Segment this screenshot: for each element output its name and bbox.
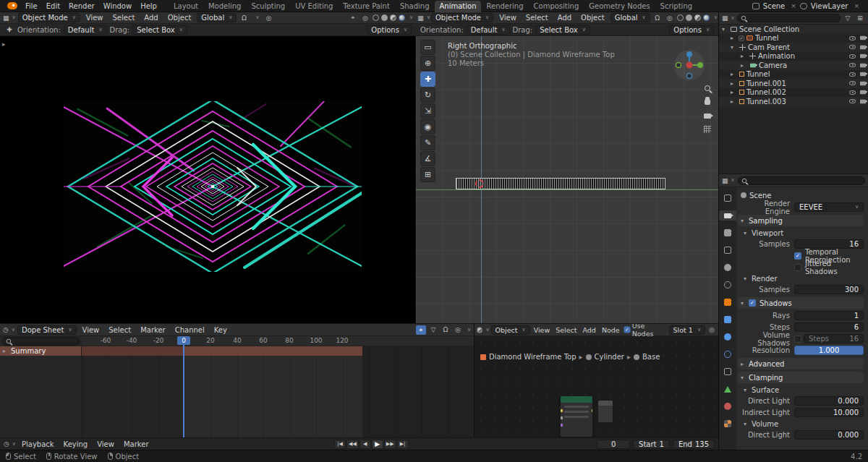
hide-eye-icon[interactable] [849, 90, 856, 95]
node-sockets[interactable] [561, 396, 592, 437]
overlays-icon[interactable]: ◎ [360, 13, 370, 22]
select-menu[interactable]: Select [109, 14, 139, 22]
expand-icon[interactable]: ▸ [731, 35, 736, 41]
volume-subpanel-header[interactable]: ▾Volume [744, 419, 865, 429]
tab-animation[interactable]: Animation [435, 1, 482, 12]
outliner-row-animation[interactable]: ▸ Animation [719, 52, 868, 61]
options-dropdown[interactable]: Options∨ [669, 25, 714, 35]
transform-tool[interactable]: ◉ [420, 119, 435, 134]
rays-field[interactable]: 1 [794, 311, 864, 320]
add-cube-tool[interactable]: ⊞ [420, 167, 435, 182]
hide-eye-icon[interactable] [849, 63, 856, 67]
node-header[interactable] [598, 401, 613, 406]
shader-type-dropdown[interactable]: Object∨ [491, 325, 530, 335]
tab-tool[interactable] [720, 193, 735, 203]
tab-view-layer[interactable] [720, 245, 735, 255]
tab-object[interactable] [720, 297, 735, 307]
outliner-row-tunnel[interactable]: ▸ Tunnel [719, 70, 868, 80]
jump-to-end-button[interactable]: ▶| [397, 440, 409, 449]
end-frame-field[interactable]: End135 [673, 440, 715, 449]
shadows-checkbox[interactable]: ✓ [749, 299, 756, 307]
tab-material[interactable] [720, 401, 735, 411]
collection-checkbox[interactable]: ✓ [739, 35, 744, 41]
shadows-panel-header[interactable]: ▾✓Shadows [738, 297, 864, 309]
tab-constraints[interactable] [720, 367, 735, 377]
filter-icon[interactable]: ▽ [843, 14, 853, 23]
jittered-shadows-checkbox[interactable] [794, 264, 801, 271]
mode-dropdown[interactable]: Object Mode∨ [18, 13, 80, 22]
toggle-perspective-icon[interactable] [701, 124, 714, 135]
render-visibility-icon[interactable] [860, 90, 866, 95]
editor-type-icon[interactable]: ▦∨ [3, 13, 16, 22]
start-frame-field[interactable]: Start1 [633, 440, 670, 449]
playhead-frame-badge[interactable]: 0 [177, 336, 190, 345]
add-menu[interactable]: Add [554, 14, 575, 22]
snap-settings-icon[interactable]: ∨ [251, 13, 261, 22]
render-visibility-icon[interactable] [860, 63, 866, 67]
marker-menu[interactable]: Marker [137, 326, 169, 334]
tab-layout[interactable]: Layout [169, 1, 203, 12]
zoom-icon[interactable] [701, 82, 714, 94]
tab-texture[interactable] [720, 419, 735, 429]
snap-magnet-icon[interactable]: Ω [652, 13, 663, 22]
render-visibility-icon[interactable] [860, 36, 866, 40]
transform-orientation-dropdown[interactable]: Global∨ [610, 13, 650, 22]
show-gizmo-icon[interactable]: ⌖ [348, 13, 358, 22]
snap-magnet-icon[interactable]: Ω [239, 13, 249, 22]
move-tool[interactable]: ✚ [420, 72, 435, 87]
editor-type-icon[interactable]: ◷∨ [4, 440, 16, 449]
measure-tool[interactable]: ∡ [420, 151, 435, 166]
shading-rendered-icon[interactable] [703, 14, 710, 21]
expand-icon[interactable]: ▸ [731, 71, 736, 77]
orientation-dropdown[interactable]: Default∨ [467, 25, 510, 35]
frame-ruler[interactable]: -60 -40 -20 0 20 40 60 80 100 120 [82, 336, 474, 346]
view-menu[interactable]: View [79, 326, 103, 334]
camera-view-icon[interactable] [701, 110, 714, 121]
tab-geometry-nodes[interactable]: Geometry Nodes [584, 1, 655, 12]
outliner-row-tunnel-002[interactable]: ▸ Tunnel.002 [719, 88, 868, 98]
shading-solid-icon[interactable] [381, 14, 388, 21]
outliner-row-tunnel-collection[interactable]: ▸ ✓ Tunnel [719, 34, 868, 43]
options-dropdown[interactable]: Options∨ [367, 25, 412, 35]
expand-icon[interactable]: ▸ [3, 348, 9, 354]
render-samples-field[interactable]: 300 [794, 285, 864, 294]
tab-particles[interactable] [720, 332, 735, 342]
annotate-tool[interactable]: ✎ [420, 135, 435, 150]
expand-icon[interactable]: ▾ [722, 26, 728, 33]
overlays-icon[interactable]: ◎ [665, 13, 675, 22]
outliner-row-tunnel-001[interactable]: ▸ Tunnel.001 [719, 79, 868, 88]
playback-menu[interactable]: Playback [18, 440, 58, 448]
advanced-panel-header[interactable]: ▸Advanced [738, 358, 864, 369]
scene-unlink-icon[interactable]: × [788, 2, 799, 9]
dope-sheet-mode-dropdown[interactable]: Dope Sheet∨ [17, 325, 77, 335]
play-button[interactable]: ▶ [372, 440, 383, 449]
navigation-gizmo[interactable] [673, 49, 705, 81]
slot-dropdown[interactable]: Slot 1∨ [669, 325, 705, 335]
prev-keyframe-button[interactable]: ◀◀ [346, 440, 359, 449]
hide-eye-icon[interactable] [849, 54, 856, 59]
shader-node-small[interactable] [597, 400, 613, 423]
drag-dropdown[interactable]: Select Box∨ [132, 25, 187, 35]
properties-search-input[interactable] [738, 176, 865, 185]
keying-menu[interactable]: Keying [60, 440, 92, 448]
volume-shadows-checkbox[interactable] [794, 335, 801, 343]
playhead-line[interactable] [183, 336, 184, 437]
play-reverse-button[interactable]: ◀ [359, 440, 371, 449]
jump-to-start-button[interactable]: |◀ [334, 440, 346, 449]
only-selected-icon[interactable]: ⌖ [416, 325, 426, 335]
viewlayer-selector[interactable]: ViewLayer [809, 2, 851, 10]
key-menu[interactable]: Key [210, 326, 231, 334]
hide-eye-icon[interactable] [849, 99, 856, 103]
filter-icon[interactable]: ▽ [428, 325, 438, 335]
outliner-row-camera[interactable]: ▸ Camera [719, 61, 868, 70]
select-menu[interactable]: Select [522, 14, 552, 22]
shading-wireframe-icon[interactable] [373, 14, 379, 21]
drag-dropdown[interactable]: Select Box∨ [535, 25, 590, 35]
menu-file[interactable]: File [21, 2, 42, 10]
next-keyframe-button[interactable]: ▶▶ [384, 440, 396, 449]
tab-uv-editing[interactable]: UV Editing [290, 1, 338, 12]
pan-hand-icon[interactable] [701, 96, 714, 108]
volume-direct-field[interactable]: 0.000 [794, 430, 864, 440]
tab-object-data[interactable] [720, 384, 735, 394]
tab-rendering[interactable]: Rendering [481, 1, 528, 12]
